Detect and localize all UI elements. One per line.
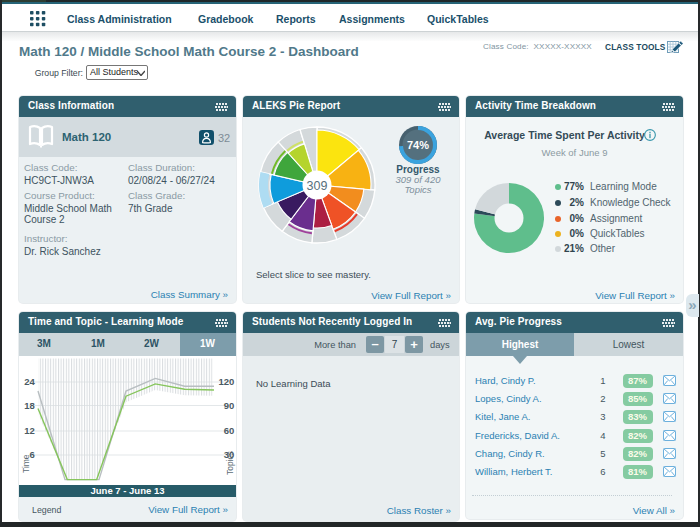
svg-text:Time: Time [21,454,31,473]
svg-text:24: 24 [24,376,35,387]
svg-text:90: 90 [224,400,235,411]
svg-text:12: 12 [24,425,35,436]
svg-text:309: 309 [307,179,328,193]
svg-text:120: 120 [218,376,234,387]
svg-text:18: 18 [24,400,35,411]
svg-text:Topics: Topics [225,451,235,475]
svg-text:60: 60 [224,425,235,436]
svg-text:74%: 74% [407,139,429,151]
